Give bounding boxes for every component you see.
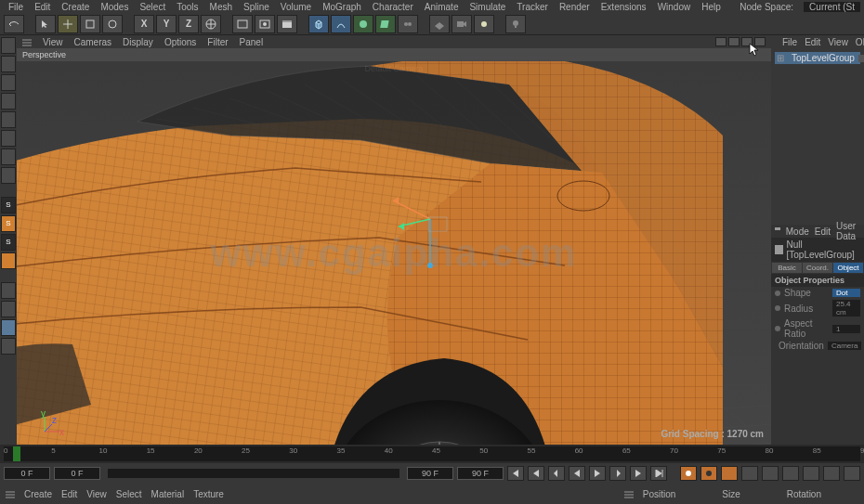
- attr-menu-mode[interactable]: Mode: [786, 226, 809, 237]
- object-item-toplevelgroup[interactable]: ⊞ TopLevelGroup: [775, 52, 860, 64]
- menu-select[interactable]: Select: [135, 2, 170, 12]
- misc-4-button[interactable]: [1, 338, 16, 355]
- shape-dropdown[interactable]: Dot: [832, 289, 860, 297]
- pla-key-button[interactable]: [823, 466, 840, 481]
- undo-button[interactable]: [4, 15, 24, 33]
- menu-spline[interactable]: Spline: [239, 2, 274, 12]
- light-button[interactable]: [474, 15, 494, 33]
- edge-mode-button[interactable]: [1, 93, 16, 110]
- model-mode-button[interactable]: [1, 37, 16, 54]
- options-button[interactable]: [844, 466, 860, 481]
- vp-menu-options[interactable]: Options: [164, 37, 196, 47]
- nodespace-value[interactable]: Current (St: [804, 2, 860, 12]
- om-menu-view[interactable]: View: [828, 37, 848, 47]
- generator-button[interactable]: [353, 15, 373, 33]
- cube-primitive-button[interactable]: [308, 15, 329, 33]
- tab-object[interactable]: Object: [833, 263, 863, 273]
- camera-button[interactable]: [452, 15, 472, 33]
- prev-frame-button[interactable]: [548, 466, 565, 481]
- mat-menu-material[interactable]: Material: [151, 489, 185, 499]
- point-mode-button[interactable]: [1, 111, 16, 128]
- timeline-slider[interactable]: [108, 469, 399, 478]
- om-menu-file[interactable]: File: [782, 37, 797, 47]
- mat-menu-texture[interactable]: Texture: [193, 489, 224, 499]
- menu-window[interactable]: Window: [653, 2, 696, 12]
- render-pv-button[interactable]: [255, 15, 275, 33]
- poly-mode-button[interactable]: [1, 130, 16, 147]
- mat-menu-view[interactable]: View: [86, 489, 107, 499]
- om-menu-edit[interactable]: Edit: [805, 37, 820, 47]
- aspect-field[interactable]: 1: [832, 325, 860, 333]
- project-end-field[interactable]: 90 F: [457, 467, 504, 480]
- menu-volume[interactable]: Volume: [276, 2, 316, 12]
- keyframe-sel-button[interactable]: [721, 466, 738, 481]
- snap-button[interactable]: S: [1, 197, 16, 213]
- menu-help[interactable]: Help: [697, 2, 726, 12]
- misc-1-button[interactable]: [1, 282, 16, 299]
- menu-character[interactable]: Character: [368, 2, 418, 12]
- snap-2d-button[interactable]: S: [1, 234, 16, 251]
- misc-3-button[interactable]: [1, 319, 16, 336]
- keyframe-dot-icon[interactable]: [775, 305, 780, 311]
- mat-menu-select[interactable]: Select: [116, 489, 142, 499]
- spline-primitive-button[interactable]: [331, 15, 351, 33]
- goto-end-button[interactable]: [650, 466, 667, 481]
- render-view-button[interactable]: [232, 15, 253, 33]
- tab-basic[interactable]: Basic: [772, 263, 802, 273]
- record-button[interactable]: [680, 466, 697, 481]
- mat-menu-edit[interactable]: Edit: [61, 489, 77, 499]
- scale-tool-button[interactable]: [80, 15, 100, 33]
- param-key-button[interactable]: [803, 466, 819, 481]
- vp-menu-view[interactable]: View: [43, 37, 63, 47]
- object-tree[interactable]: ⊞ TopLevelGroup: [771, 48, 864, 68]
- scene-button[interactable]: [429, 15, 450, 33]
- coord-system-button[interactable]: [201, 15, 221, 33]
- vp-nav-1-icon[interactable]: [715, 37, 727, 46]
- om-menu-obj[interactable]: Obje: [856, 37, 864, 47]
- help-button[interactable]: [505, 15, 526, 33]
- keyframe-dot-icon[interactable]: [775, 326, 780, 331]
- vp-menu-cameras[interactable]: Cameras: [74, 37, 112, 47]
- vp-nav-3-icon[interactable]: [741, 37, 753, 46]
- viewport-solo-button[interactable]: [1, 167, 16, 184]
- timeline-ruler[interactable]: 051015202530354045505560657075808590: [0, 445, 864, 463]
- misc-2-button[interactable]: [1, 301, 16, 317]
- play-back-button[interactable]: [569, 466, 585, 481]
- next-key-button[interactable]: [630, 466, 647, 481]
- texture-mode-button[interactable]: [1, 56, 16, 72]
- hamburger-icon[interactable]: [6, 490, 15, 498]
- menu-animate[interactable]: Animate: [420, 2, 464, 12]
- tab-coord[interactable]: Coord.: [803, 263, 832, 273]
- current-frame-field[interactable]: 0 F: [54, 467, 100, 480]
- workplane-snap-button[interactable]: [1, 252, 16, 269]
- pos-key-button[interactable]: [741, 466, 758, 481]
- menu-simulate[interactable]: Simulate: [465, 2, 510, 12]
- range-start-field[interactable]: 0 F: [4, 467, 50, 480]
- menu-create[interactable]: Create: [57, 2, 94, 12]
- range-end-field[interactable]: 90 F: [407, 467, 453, 480]
- vp-menu-display[interactable]: Display: [123, 37, 153, 47]
- radius-field[interactable]: 25.4 cm: [832, 300, 860, 317]
- deformer-button[interactable]: [375, 15, 396, 33]
- visibility-dot-icon[interactable]: [858, 55, 864, 62]
- axis-mode-button[interactable]: [1, 149, 16, 165]
- autokey-button[interactable]: [700, 466, 717, 481]
- menu-mesh[interactable]: Mesh: [205, 2, 237, 12]
- attr-menu-edit[interactable]: Edit: [815, 226, 831, 237]
- menu-tools[interactable]: Tools: [172, 2, 203, 12]
- playhead[interactable]: [13, 446, 20, 461]
- menu-modes[interactable]: Modes: [96, 2, 133, 12]
- snap-3d-button[interactable]: S: [1, 215, 16, 232]
- mat-menu-create[interactable]: Create: [24, 489, 52, 499]
- vp-menu-filter[interactable]: Filter: [207, 37, 228, 47]
- menu-extensions[interactable]: Extensions: [596, 2, 651, 12]
- vp-nav-4-icon[interactable]: [754, 37, 766, 46]
- prev-key-button[interactable]: [528, 466, 544, 481]
- render-settings-button[interactable]: [277, 15, 297, 33]
- keyframe-dot-icon[interactable]: [775, 291, 780, 296]
- menu-file[interactable]: File: [4, 2, 28, 12]
- menu-render[interactable]: Render: [555, 2, 595, 12]
- vp-nav-2-icon[interactable]: [728, 37, 740, 46]
- x-axis-button[interactable]: X: [134, 15, 154, 33]
- rot-key-button[interactable]: [782, 466, 799, 481]
